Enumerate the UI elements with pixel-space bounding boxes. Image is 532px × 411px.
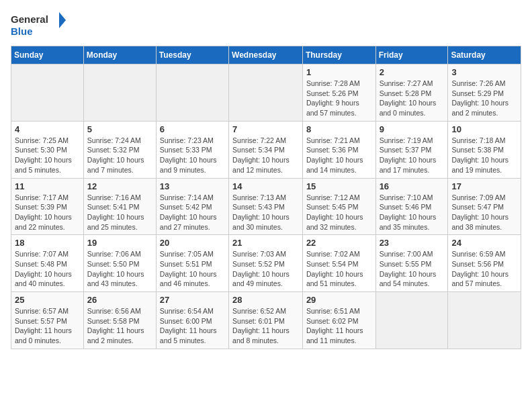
day-cell: 12Sunrise: 7:16 AM Sunset: 5:41 PM Dayli… [83, 178, 156, 235]
day-cell: 11Sunrise: 7:17 AM Sunset: 5:39 PM Dayli… [11, 178, 84, 235]
day-cell: 27Sunrise: 6:54 AM Sunset: 6:00 PM Dayli… [156, 292, 228, 349]
day-info: Sunrise: 7:19 AM Sunset: 5:37 PM Dayligh… [380, 136, 445, 175]
column-header-friday: Friday [375, 46, 448, 64]
day-cell: 28Sunrise: 6:52 AM Sunset: 6:01 PM Dayli… [229, 292, 303, 349]
day-info: Sunrise: 7:12 AM Sunset: 5:45 PM Dayligh… [306, 193, 372, 232]
day-cell: 20Sunrise: 7:05 AM Sunset: 5:51 PM Dayli… [156, 235, 228, 292]
day-info: Sunrise: 7:02 AM Sunset: 5:54 PM Dayligh… [306, 249, 372, 289]
day-cell: 7Sunrise: 7:22 AM Sunset: 5:34 PM Daylig… [229, 121, 303, 178]
day-number: 8 [306, 124, 372, 134]
day-info: Sunrise: 7:16 AM Sunset: 5:41 PM Dayligh… [87, 193, 152, 232]
day-cell [83, 64, 156, 122]
day-cell: 25Sunrise: 6:57 AM Sunset: 5:57 PM Dayli… [11, 292, 84, 349]
svg-text:Blue: Blue [11, 26, 33, 37]
header: General Blue [11, 11, 521, 38]
day-cell: 26Sunrise: 6:56 AM Sunset: 5:58 PM Dayli… [83, 292, 156, 349]
column-header-sunday: Sunday [11, 46, 84, 64]
day-info: Sunrise: 7:24 AM Sunset: 5:32 PM Dayligh… [87, 136, 152, 175]
day-info: Sunrise: 7:14 AM Sunset: 5:42 PM Dayligh… [160, 193, 225, 232]
day-info: Sunrise: 6:51 AM Sunset: 6:02 PM Dayligh… [306, 306, 372, 346]
day-cell: 18Sunrise: 7:07 AM Sunset: 5:48 PM Dayli… [11, 235, 84, 292]
day-cell: 5Sunrise: 7:24 AM Sunset: 5:32 PM Daylig… [83, 121, 156, 178]
column-header-wednesday: Wednesday [229, 46, 303, 64]
day-number: 25 [15, 295, 80, 305]
day-number: 7 [232, 124, 299, 134]
day-number: 16 [380, 181, 445, 191]
day-number: 14 [232, 181, 299, 191]
day-number: 6 [160, 124, 225, 134]
day-cell: 22Sunrise: 7:02 AM Sunset: 5:54 PM Dayli… [302, 235, 375, 292]
day-number: 13 [160, 181, 225, 191]
day-cell [156, 64, 228, 122]
day-number: 4 [15, 124, 80, 134]
week-row-1: 1Sunrise: 7:28 AM Sunset: 5:26 PM Daylig… [11, 64, 521, 122]
day-number: 29 [306, 295, 372, 305]
day-number: 3 [451, 67, 517, 77]
day-cell [375, 292, 448, 349]
day-number: 28 [232, 295, 299, 305]
column-header-monday: Monday [83, 46, 156, 64]
day-number: 2 [380, 67, 445, 77]
day-info: Sunrise: 6:59 AM Sunset: 5:56 PM Dayligh… [451, 249, 517, 289]
day-info: Sunrise: 7:10 AM Sunset: 5:46 PM Dayligh… [380, 193, 445, 232]
day-info: Sunrise: 7:25 AM Sunset: 5:30 PM Dayligh… [15, 136, 80, 175]
logo: General Blue [11, 11, 71, 38]
day-number: 27 [160, 295, 225, 305]
day-number: 18 [15, 238, 80, 248]
day-info: Sunrise: 7:18 AM Sunset: 5:38 PM Dayligh… [451, 136, 517, 175]
day-number: 11 [15, 181, 80, 191]
day-number: 15 [306, 181, 372, 191]
day-cell [11, 64, 84, 122]
day-info: Sunrise: 7:09 AM Sunset: 5:47 PM Dayligh… [451, 193, 517, 232]
day-info: Sunrise: 7:26 AM Sunset: 5:29 PM Dayligh… [451, 79, 517, 118]
day-number: 22 [306, 238, 372, 248]
day-cell: 8Sunrise: 7:21 AM Sunset: 5:36 PM Daylig… [302, 121, 375, 178]
svg-text:General: General [11, 13, 48, 25]
day-info: Sunrise: 7:27 AM Sunset: 5:28 PM Dayligh… [380, 79, 445, 118]
day-number: 17 [451, 181, 517, 191]
day-cell: 1Sunrise: 7:28 AM Sunset: 5:26 PM Daylig… [302, 64, 375, 122]
day-info: Sunrise: 6:57 AM Sunset: 5:57 PM Dayligh… [15, 306, 80, 346]
day-cell: 13Sunrise: 7:14 AM Sunset: 5:42 PM Dayli… [156, 178, 228, 235]
day-cell: 2Sunrise: 7:27 AM Sunset: 5:28 PM Daylig… [375, 64, 448, 122]
column-headers: SundayMondayTuesdayWednesdayThursdayFrid… [11, 46, 521, 64]
day-number: 9 [380, 124, 445, 134]
day-number: 26 [87, 295, 152, 305]
day-cell: 4Sunrise: 7:25 AM Sunset: 5:30 PM Daylig… [11, 121, 84, 178]
day-cell: 15Sunrise: 7:12 AM Sunset: 5:45 PM Dayli… [302, 178, 375, 235]
day-cell: 9Sunrise: 7:19 AM Sunset: 5:37 PM Daylig… [375, 121, 448, 178]
day-cell: 21Sunrise: 7:03 AM Sunset: 5:52 PM Dayli… [229, 235, 303, 292]
day-cell: 14Sunrise: 7:13 AM Sunset: 5:43 PM Dayli… [229, 178, 303, 235]
logo-icon: General Blue [11, 11, 71, 38]
day-info: Sunrise: 7:07 AM Sunset: 5:48 PM Dayligh… [15, 249, 80, 289]
day-number: 1 [306, 67, 372, 77]
day-number: 20 [160, 238, 225, 248]
day-cell: 17Sunrise: 7:09 AM Sunset: 5:47 PM Dayli… [448, 178, 521, 235]
column-header-tuesday: Tuesday [156, 46, 228, 64]
day-number: 10 [451, 124, 517, 134]
day-number: 12 [87, 181, 152, 191]
column-header-saturday: Saturday [448, 46, 521, 64]
day-cell: 3Sunrise: 7:26 AM Sunset: 5:29 PM Daylig… [448, 64, 521, 122]
day-info: Sunrise: 7:21 AM Sunset: 5:36 PM Dayligh… [306, 136, 372, 175]
day-info: Sunrise: 7:06 AM Sunset: 5:50 PM Dayligh… [87, 249, 152, 289]
column-header-thursday: Thursday [302, 46, 375, 64]
day-cell: 24Sunrise: 6:59 AM Sunset: 5:56 PM Dayli… [448, 235, 521, 292]
day-number: 19 [87, 238, 152, 248]
week-row-2: 4Sunrise: 7:25 AM Sunset: 5:30 PM Daylig… [11, 121, 521, 178]
day-info: Sunrise: 7:00 AM Sunset: 5:55 PM Dayligh… [380, 249, 445, 289]
day-cell: 10Sunrise: 7:18 AM Sunset: 5:38 PM Dayli… [448, 121, 521, 178]
day-cell [229, 64, 303, 122]
day-info: Sunrise: 7:13 AM Sunset: 5:43 PM Dayligh… [232, 193, 299, 232]
day-info: Sunrise: 7:23 AM Sunset: 5:33 PM Dayligh… [160, 136, 225, 175]
day-info: Sunrise: 7:03 AM Sunset: 5:52 PM Dayligh… [232, 249, 299, 289]
day-cell: 23Sunrise: 7:00 AM Sunset: 5:55 PM Dayli… [375, 235, 448, 292]
day-cell [448, 292, 521, 349]
day-cell: 16Sunrise: 7:10 AM Sunset: 5:46 PM Dayli… [375, 178, 448, 235]
day-info: Sunrise: 6:54 AM Sunset: 6:00 PM Dayligh… [160, 306, 225, 346]
day-info: Sunrise: 6:56 AM Sunset: 5:58 PM Dayligh… [87, 306, 152, 346]
day-info: Sunrise: 7:17 AM Sunset: 5:39 PM Dayligh… [15, 193, 80, 232]
day-number: 24 [451, 238, 517, 248]
week-row-5: 25Sunrise: 6:57 AM Sunset: 5:57 PM Dayli… [11, 292, 521, 349]
week-row-4: 18Sunrise: 7:07 AM Sunset: 5:48 PM Dayli… [11, 235, 521, 292]
